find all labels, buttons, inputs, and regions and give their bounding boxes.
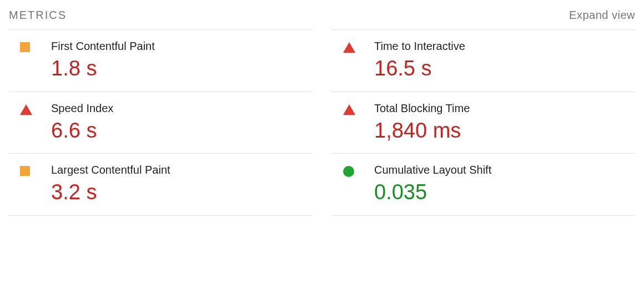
metrics-column-right: Time to Interactive 16.5 s Total Blockin… xyxy=(332,29,635,216)
section-title: METRICS xyxy=(9,9,67,22)
triangle-fail-icon xyxy=(343,42,355,53)
metric-speed-index[interactable]: Speed Index 6.6 s xyxy=(9,92,312,154)
metric-label: First Contentful Paint xyxy=(51,40,155,53)
metric-largest-contentful-paint[interactable]: Largest Contentful Paint 3.2 s xyxy=(9,153,312,216)
circle-pass-icon xyxy=(343,166,354,177)
square-warning-icon xyxy=(20,166,30,176)
metric-label: Largest Contentful Paint xyxy=(51,164,170,176)
metric-text: Time to Interactive 16.5 s xyxy=(374,40,465,82)
status-icon-slot xyxy=(20,40,51,52)
status-icon-slot xyxy=(343,40,374,53)
metric-label: Time to Interactive xyxy=(374,40,465,53)
metric-label: Total Blocking Time xyxy=(374,102,470,115)
metric-text: Largest Contentful Paint 3.2 s xyxy=(51,164,170,205)
metric-cumulative-layout-shift[interactable]: Cumulative Layout Shift 0.035 xyxy=(332,153,635,216)
square-warning-icon xyxy=(20,42,30,52)
status-icon-slot xyxy=(343,164,374,177)
triangle-fail-icon xyxy=(343,104,355,115)
metrics-column-left: First Contentful Paint 1.8 s Speed Index… xyxy=(9,29,312,216)
metric-value: 16.5 s xyxy=(374,56,465,82)
metrics-header: METRICS Expand view xyxy=(9,9,635,29)
metric-value: 6.6 s xyxy=(51,118,113,144)
metric-value: 1,840 ms xyxy=(374,118,470,144)
metric-time-to-interactive[interactable]: Time to Interactive 16.5 s xyxy=(332,29,635,92)
status-icon-slot xyxy=(20,102,51,115)
metric-text: Speed Index 6.6 s xyxy=(51,102,113,144)
metrics-columns: First Contentful Paint 1.8 s Speed Index… xyxy=(9,29,635,216)
expand-view-button[interactable]: Expand view xyxy=(569,9,635,22)
metric-text: Total Blocking Time 1,840 ms xyxy=(374,102,470,144)
status-icon-slot xyxy=(20,164,51,176)
metric-first-contentful-paint[interactable]: First Contentful Paint 1.8 s xyxy=(9,29,312,92)
metric-label: Speed Index xyxy=(51,102,113,115)
metric-value: 0.035 xyxy=(374,180,491,205)
metric-text: First Contentful Paint 1.8 s xyxy=(51,40,155,82)
metric-text: Cumulative Layout Shift 0.035 xyxy=(374,164,491,205)
triangle-fail-icon xyxy=(20,104,32,115)
metric-value: 3.2 s xyxy=(51,180,170,205)
metric-total-blocking-time[interactable]: Total Blocking Time 1,840 ms xyxy=(332,92,635,154)
status-icon-slot xyxy=(343,102,374,115)
metric-value: 1.8 s xyxy=(51,56,155,82)
metric-label: Cumulative Layout Shift xyxy=(374,164,491,176)
